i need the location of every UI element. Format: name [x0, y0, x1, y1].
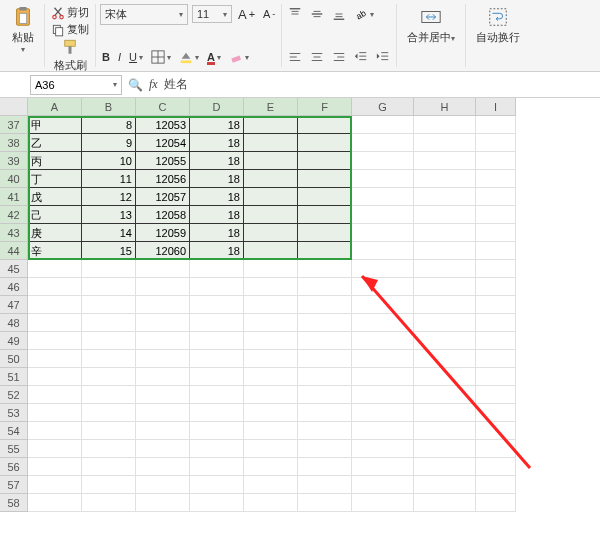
- cell-D44[interactable]: 18: [190, 242, 244, 260]
- cell-D39[interactable]: 18: [190, 152, 244, 170]
- cell-I55[interactable]: [476, 440, 516, 458]
- cell-H52[interactable]: [414, 386, 476, 404]
- format-painter-button[interactable]: 格式刷: [49, 38, 91, 73]
- cell-H56[interactable]: [414, 458, 476, 476]
- cell-G55[interactable]: [352, 440, 414, 458]
- cell-G58[interactable]: [352, 494, 414, 512]
- font-size-select[interactable]: 11▾: [192, 5, 232, 23]
- cell-C57[interactable]: [136, 476, 190, 494]
- cell-G46[interactable]: [352, 278, 414, 296]
- row-head-50[interactable]: 50: [0, 350, 28, 368]
- cell-C40[interactable]: 12056: [136, 170, 190, 188]
- cell-F42[interactable]: [298, 206, 352, 224]
- cell-I52[interactable]: [476, 386, 516, 404]
- cell-A38[interactable]: 乙: [28, 134, 82, 152]
- col-head-I[interactable]: I: [476, 98, 516, 116]
- cell-B52[interactable]: [82, 386, 136, 404]
- cell-B40[interactable]: 11: [82, 170, 136, 188]
- cell-C45[interactable]: [136, 260, 190, 278]
- cell-H55[interactable]: [414, 440, 476, 458]
- cell-E38[interactable]: [244, 134, 298, 152]
- cell-I37[interactable]: [476, 116, 516, 134]
- underline-button[interactable]: U▾: [127, 50, 145, 64]
- align-bottom-button[interactable]: [330, 6, 348, 22]
- cell-E39[interactable]: [244, 152, 298, 170]
- cell-D48[interactable]: [190, 314, 244, 332]
- row-head-58[interactable]: 58: [0, 494, 28, 512]
- col-head-D[interactable]: D: [190, 98, 244, 116]
- cell-D42[interactable]: 18: [190, 206, 244, 224]
- formula-input[interactable]: 姓名: [164, 76, 364, 93]
- cell-B37[interactable]: 8: [82, 116, 136, 134]
- cell-E51[interactable]: [244, 368, 298, 386]
- cell-E46[interactable]: [244, 278, 298, 296]
- cell-H54[interactable]: [414, 422, 476, 440]
- cell-H44[interactable]: [414, 242, 476, 260]
- align-left-button[interactable]: [286, 49, 304, 65]
- cell-D37[interactable]: 18: [190, 116, 244, 134]
- cell-C53[interactable]: [136, 404, 190, 422]
- cell-I48[interactable]: [476, 314, 516, 332]
- cell-A41[interactable]: 戊: [28, 188, 82, 206]
- decrease-font-button[interactable]: A-: [261, 7, 277, 21]
- cell-D50[interactable]: [190, 350, 244, 368]
- cell-A51[interactable]: [28, 368, 82, 386]
- cell-F46[interactable]: [298, 278, 352, 296]
- cell-D52[interactable]: [190, 386, 244, 404]
- row-head-55[interactable]: 55: [0, 440, 28, 458]
- cell-E56[interactable]: [244, 458, 298, 476]
- cell-G52[interactable]: [352, 386, 414, 404]
- cell-C49[interactable]: [136, 332, 190, 350]
- cell-C42[interactable]: 12058: [136, 206, 190, 224]
- cell-B50[interactable]: [82, 350, 136, 368]
- cell-A53[interactable]: [28, 404, 82, 422]
- cell-C58[interactable]: [136, 494, 190, 512]
- cell-D54[interactable]: [190, 422, 244, 440]
- cell-B56[interactable]: [82, 458, 136, 476]
- search-icon[interactable]: 🔍: [128, 78, 143, 92]
- cell-C41[interactable]: 12057: [136, 188, 190, 206]
- cut-button[interactable]: 剪切: [49, 4, 91, 21]
- cell-F54[interactable]: [298, 422, 352, 440]
- cell-A44[interactable]: 辛: [28, 242, 82, 260]
- cell-F57[interactable]: [298, 476, 352, 494]
- cell-B57[interactable]: [82, 476, 136, 494]
- cell-D56[interactable]: [190, 458, 244, 476]
- cell-G56[interactable]: [352, 458, 414, 476]
- cell-E45[interactable]: [244, 260, 298, 278]
- fill-color-button[interactable]: ▾: [177, 49, 201, 65]
- cell-E48[interactable]: [244, 314, 298, 332]
- cell-E41[interactable]: [244, 188, 298, 206]
- cell-B43[interactable]: 14: [82, 224, 136, 242]
- cell-I40[interactable]: [476, 170, 516, 188]
- cell-G42[interactable]: [352, 206, 414, 224]
- cell-G40[interactable]: [352, 170, 414, 188]
- cell-B48[interactable]: [82, 314, 136, 332]
- cell-A46[interactable]: [28, 278, 82, 296]
- cell-E54[interactable]: [244, 422, 298, 440]
- cell-I58[interactable]: [476, 494, 516, 512]
- cell-I45[interactable]: [476, 260, 516, 278]
- cell-A49[interactable]: [28, 332, 82, 350]
- cell-C39[interactable]: 12055: [136, 152, 190, 170]
- cell-G48[interactable]: [352, 314, 414, 332]
- cell-E42[interactable]: [244, 206, 298, 224]
- fx-icon[interactable]: fx: [149, 77, 158, 92]
- cell-G44[interactable]: [352, 242, 414, 260]
- row-head-44[interactable]: 44: [0, 242, 28, 260]
- cell-I53[interactable]: [476, 404, 516, 422]
- cell-G51[interactable]: [352, 368, 414, 386]
- row-head-54[interactable]: 54: [0, 422, 28, 440]
- cell-E57[interactable]: [244, 476, 298, 494]
- cell-H37[interactable]: [414, 116, 476, 134]
- name-box[interactable]: A36▾: [30, 75, 122, 95]
- copy-button[interactable]: 复制: [49, 21, 91, 38]
- cell-B45[interactable]: [82, 260, 136, 278]
- cell-B54[interactable]: [82, 422, 136, 440]
- align-right-button[interactable]: [330, 49, 348, 65]
- cell-G37[interactable]: [352, 116, 414, 134]
- row-head-57[interactable]: 57: [0, 476, 28, 494]
- cell-E52[interactable]: [244, 386, 298, 404]
- cell-C48[interactable]: [136, 314, 190, 332]
- cell-G47[interactable]: [352, 296, 414, 314]
